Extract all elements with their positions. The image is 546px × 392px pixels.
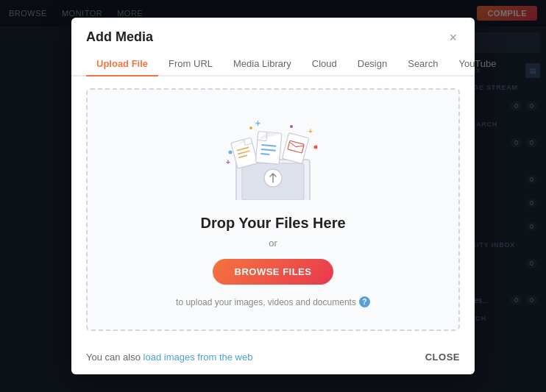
- tab-from-url[interactable]: From URL: [158, 52, 223, 76]
- close-button[interactable]: CLOSE: [425, 352, 460, 363]
- svg-point-17: [314, 146, 318, 149]
- svg-text:+: +: [255, 118, 260, 129]
- drop-subtitle: to upload your images, videos and docume…: [176, 296, 370, 307]
- svg-text:+: +: [308, 127, 313, 135]
- tab-media-library[interactable]: Media Library: [223, 52, 302, 76]
- svg-point-16: [290, 125, 293, 128]
- svg-line-11: [260, 154, 269, 154]
- svg-text:+: +: [226, 158, 230, 166]
- info-icon[interactable]: ?: [359, 296, 370, 307]
- modal-title: Add Media: [86, 29, 153, 45]
- svg-point-14: [229, 151, 233, 154]
- modal-tabs: Upload File From URL Media Library Cloud…: [71, 52, 475, 76]
- load-images-link[interactable]: load images from the web: [143, 352, 253, 363]
- upload-illustration: + + +: [214, 112, 332, 203]
- drop-title: Drop Your Files Here: [200, 215, 345, 232]
- tab-youtube[interactable]: YouTube: [448, 52, 506, 76]
- modal-footer: You can also load images from the web CL…: [71, 343, 475, 374]
- load-images-text: You can also load images from the web: [86, 352, 252, 363]
- modal-header: Add Media ×: [71, 18, 475, 45]
- modal-close-button[interactable]: ×: [446, 31, 460, 44]
- add-media-modal: Add Media × Upload File From URL Media L…: [71, 18, 475, 374]
- tab-design[interactable]: Design: [347, 52, 397, 76]
- tab-cloud[interactable]: Cloud: [302, 52, 347, 76]
- svg-point-15: [249, 126, 252, 129]
- modal-overlay: Add Media × Upload File From URL Media L…: [0, 0, 546, 392]
- tab-search[interactable]: Search: [397, 52, 448, 76]
- tab-upload-file[interactable]: Upload File: [86, 52, 158, 76]
- drop-or: or: [269, 238, 277, 249]
- browse-files-button[interactable]: BROWSE FILES: [213, 259, 334, 285]
- drop-zone[interactable]: + + + Drop Your Files Here or BROWSE FIL…: [86, 88, 460, 331]
